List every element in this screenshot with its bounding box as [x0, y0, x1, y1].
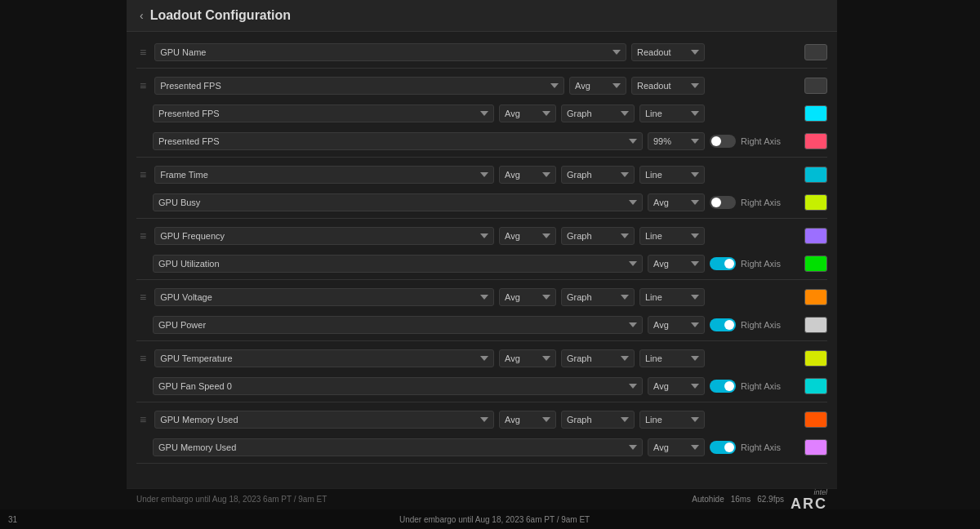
sub-line-select-presented-fps-sub1[interactable]: LineBarArea [639, 104, 705, 122]
sub-row-gpu-power-sub: GPU PowerAvg99%95%MinMaxRight Axis [153, 311, 827, 339]
sub-right-axis-toggle-presented-fps-sub2[interactable] [710, 135, 736, 148]
line-select-gpu-frequency-group[interactable]: LineBarArea [639, 227, 705, 245]
section-divider [136, 157, 827, 158]
display-select-gpu-temp-group[interactable]: GraphReadoutOff [561, 349, 635, 367]
header: ‹ Loadout Configuration [127, 0, 837, 32]
sub-avg-select-presented-fps-sub1[interactable]: Avg99%95%MinMax [499, 104, 556, 122]
drag-handle[interactable]: ≡ [136, 229, 149, 242]
sub-right-axis-toggle-gpu-fan-sub[interactable] [710, 380, 736, 393]
sub-right-axis-toggle-gpu-utilization-sub[interactable] [710, 257, 736, 270]
sub-metric-select-gpu-fan-sub[interactable]: GPU Fan Speed 0 [153, 377, 643, 395]
color-swatch-gpu-frequency-group[interactable] [804, 228, 827, 244]
row-group-gpu-temp-group: ≡GPU TemperatureAvg99%95%MinMaxGraphRead… [136, 345, 827, 402]
sub-right-axis-label: Right Axis [741, 259, 781, 269]
sub-avg-select-gpu-busy-sub[interactable]: Avg99%95%MinMax [648, 193, 705, 211]
avg-select-gpu-mem-group[interactable]: Avg99%95%MinMax [499, 411, 556, 429]
arc-brand: ARC [791, 496, 827, 510]
metric-select-gpu-frequency-group[interactable]: GPU Frequency [154, 227, 494, 245]
sub-metric-select-gpu-utilization-sub[interactable]: GPU Utilization [153, 255, 643, 273]
sub-metric-select-gpu-busy-sub[interactable]: GPU Busy [153, 193, 643, 211]
bottom-right: Autohide 16ms 62.9fps intel ARC [692, 488, 827, 510]
display-select-presented-fps[interactable]: GraphReadoutOff [631, 77, 705, 95]
left-sidebar [0, 0, 127, 509]
sub-metric-select-presented-fps-sub1[interactable]: Presented FPS [153, 104, 494, 122]
drag-handle[interactable]: ≡ [136, 168, 149, 181]
sub-right-axis-toggle-gpu-busy-sub[interactable] [710, 196, 736, 209]
sub-color-swatch-gpu-busy-sub[interactable] [804, 194, 827, 211]
section-divider [136, 68, 827, 69]
drag-handle[interactable]: ≡ [136, 79, 149, 92]
sub-metric-select-gpu-power-sub[interactable]: GPU Power [153, 316, 643, 334]
line-select-gpu-voltage-group[interactable]: LineBarArea [639, 288, 705, 306]
sub-toggle-area-gpu-busy-sub: Right Axis [710, 196, 800, 209]
display-select-gpu-frequency-group[interactable]: GraphReadoutOff [561, 227, 635, 245]
metric-select-presented-fps[interactable]: Presented FPS [154, 77, 564, 95]
sub-right-axis-label: Right Axis [741, 442, 781, 452]
drag-handle[interactable]: ≡ [136, 291, 149, 304]
display-select-frame-time-group[interactable]: GraphReadoutOff [561, 166, 635, 184]
page-title: Loadout Configuration [150, 8, 291, 23]
main-container: ‹ Loadout Configuration ≡GPU NameGraphRe… [0, 0, 980, 509]
section-divider [136, 279, 827, 280]
display-select-gpu-mem-group[interactable]: GraphReadoutOff [561, 411, 635, 429]
config-row-gpu-name: ≡GPU NameGraphReadoutOff [136, 38, 827, 66]
embargo-notice: Under embargo until Aug 18, 2023 6am PT … [136, 495, 327, 504]
sub-metric-select-gpu-mem-sub[interactable]: GPU Memory Used [153, 438, 643, 456]
metric-select-gpu-mem-group[interactable]: GPU Memory Used [154, 411, 494, 429]
avg-select-frame-time-group[interactable]: Avg99%95%MinMax [499, 166, 556, 184]
back-button[interactable]: ‹ [140, 9, 144, 22]
drag-handle[interactable]: ≡ [136, 46, 149, 59]
metric-select-gpu-voltage-group[interactable]: GPU Voltage [154, 288, 494, 306]
right-panel [837, 0, 980, 509]
config-row-gpu-frequency-group: ≡GPU FrequencyAvg99%95%MinMaxGraphReadou… [136, 222, 827, 250]
metric-select-gpu-name[interactable]: GPU Name [154, 43, 626, 61]
color-swatch-gpu-voltage-group[interactable] [804, 289, 827, 305]
row-group-gpu-frequency-group: ≡GPU FrequencyAvg99%95%MinMaxGraphReadou… [136, 222, 827, 280]
avg-select-gpu-frequency-group[interactable]: Avg99%95%MinMax [499, 227, 556, 245]
sub-toggle-area-gpu-fan-sub: Right Axis [710, 380, 800, 393]
sub-display-select-presented-fps-sub1[interactable]: GraphReadoutOff [561, 104, 635, 122]
sub-color-swatch-gpu-fan-sub[interactable] [804, 378, 827, 394]
sub-color-swatch-gpu-mem-sub[interactable] [804, 439, 827, 456]
sub-right-axis-toggle-gpu-mem-sub[interactable] [710, 441, 736, 454]
display-select-gpu-voltage-group[interactable]: GraphReadoutOff [561, 288, 635, 306]
avg-select-gpu-temp-group[interactable]: Avg99%95%MinMax [499, 349, 556, 367]
color-swatch-empty-gpu-name[interactable] [804, 44, 827, 60]
color-swatch-empty-presented-fps[interactable] [804, 78, 827, 94]
drag-handle[interactable]: ≡ [136, 413, 149, 426]
sub-avg-select-gpu-fan-sub[interactable]: Avg99%95%MinMax [648, 377, 705, 395]
sub-avg-select-gpu-mem-sub[interactable]: Avg99%95%MinMax [648, 438, 705, 456]
line-select-gpu-mem-group[interactable]: LineBarArea [639, 411, 705, 429]
line-select-gpu-temp-group[interactable]: LineBarArea [639, 349, 705, 367]
ms-value: 16ms [731, 495, 751, 504]
line-select-frame-time-group[interactable]: LineBarArea [639, 166, 705, 184]
sub-color-swatch-gpu-power-sub[interactable] [804, 317, 827, 333]
metric-select-frame-time-group[interactable]: Frame Time [154, 166, 494, 184]
section-divider [136, 218, 827, 219]
sub-color-swatch-presented-fps-sub2[interactable] [804, 133, 827, 149]
sub-avg-select-presented-fps-sub2[interactable]: Avg99%95%MinMax [648, 132, 705, 150]
sub-avg-select-gpu-power-sub[interactable]: Avg99%95%MinMax [648, 316, 705, 334]
sub-metric-select-presented-fps-sub2[interactable]: Presented FPS [153, 132, 643, 150]
row-group-frame-time-group: ≡Frame TimeAvg99%95%MinMaxGraphReadoutOf… [136, 161, 827, 219]
status-embargo: Under embargo until Aug 18, 2023 6am PT … [399, 515, 590, 524]
sub-right-axis-toggle-gpu-power-sub[interactable] [710, 318, 736, 331]
bottom-bar: Under embargo until Aug 18, 2023 6am PT … [127, 488, 837, 509]
sub-right-axis-label: Right Axis [741, 381, 781, 391]
sub-color-swatch-gpu-utilization-sub[interactable] [804, 256, 827, 272]
avg-select-gpu-voltage-group[interactable]: Avg99%95%MinMax [499, 288, 556, 306]
color-swatch-gpu-mem-group[interactable] [804, 411, 827, 428]
sub-avg-select-gpu-utilization-sub[interactable]: Avg99%95%MinMax [648, 255, 705, 273]
status-items: Autohide 16ms 62.9fps [692, 495, 784, 504]
sub-color-swatch-presented-fps-sub1[interactable] [804, 105, 827, 122]
metric-select-gpu-temp-group[interactable]: GPU Temperature [154, 349, 494, 367]
sub-toggle-area-gpu-power-sub: Right Axis [710, 318, 800, 331]
color-swatch-frame-time-group[interactable] [804, 167, 827, 183]
avg-select-presented-fps[interactable]: Avg99%95%MinMax [569, 77, 626, 95]
sub-right-axis-label: Right Axis [741, 198, 781, 207]
sub-right-axis-label: Right Axis [741, 136, 781, 146]
drag-handle[interactable]: ≡ [136, 352, 149, 365]
color-swatch-gpu-temp-group[interactable] [804, 350, 827, 367]
row-group-gpu-name: ≡GPU NameGraphReadoutOff [136, 38, 827, 69]
display-select-gpu-name[interactable]: GraphReadoutOff [631, 43, 705, 61]
